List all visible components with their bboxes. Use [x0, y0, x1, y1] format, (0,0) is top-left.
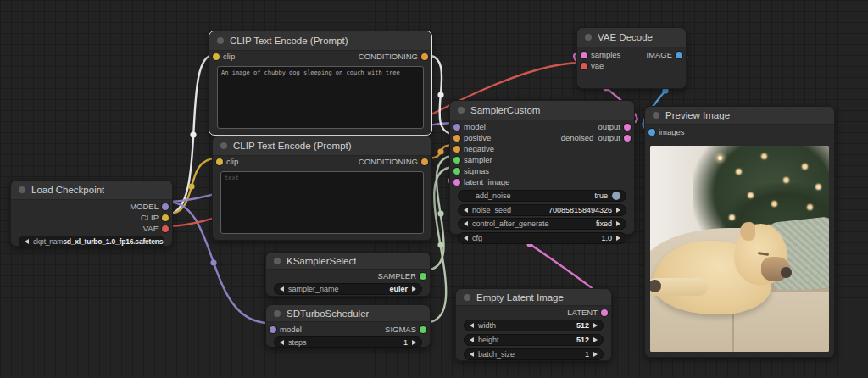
- node-titlebar[interactable]: Load Checkpoint: [11, 181, 172, 200]
- prev-value-arrow-icon[interactable]: [280, 286, 284, 292]
- conditioning-output-slot[interactable]: [421, 158, 428, 165]
- next-value-arrow-icon[interactable]: [616, 221, 620, 226]
- model-input-label: model: [280, 325, 302, 334]
- prev-value-arrow-icon[interactable]: [280, 340, 284, 345]
- collapse-dot-icon[interactable]: [220, 142, 227, 149]
- noise-seed-widget[interactable]: noise_seed 700858158494326: [458, 204, 626, 216]
- node-clip-text-encode-negative[interactable]: CLIP Text Encode (Prompt) clip CONDITION…: [212, 136, 432, 241]
- latent-output-slot[interactable]: [601, 309, 608, 316]
- collapse-dot-icon[interactable]: [274, 258, 281, 264]
- clip-input-label: clip: [223, 52, 235, 61]
- model-input-slot[interactable]: [453, 124, 460, 131]
- link-midpoint-dot: [210, 259, 216, 265]
- node-preview-image[interactable]: Preview Image images: [644, 106, 835, 358]
- sigmas-input-slot[interactable]: [453, 168, 460, 175]
- latent-image-input-slot[interactable]: [453, 179, 460, 186]
- node-sampler-custom[interactable]: SamplerCustom model positive negative sa…: [449, 100, 635, 235]
- next-value-arrow-icon[interactable]: [616, 208, 620, 213]
- node-titlebar[interactable]: CLIP Text Encode (Prompt): [213, 136, 431, 156]
- widget-value: true: [594, 192, 608, 200]
- node-empty-latent-image[interactable]: Empty Latent Image LATENT width 512 heig…: [455, 288, 612, 361]
- widget-label: steps: [288, 338, 307, 347]
- prev-value-arrow-icon[interactable]: [464, 236, 468, 241]
- prev-value-arrow-icon[interactable]: [470, 352, 474, 357]
- widget-label: width: [478, 321, 496, 330]
- prev-value-arrow-icon[interactable]: [470, 323, 474, 328]
- conditioning-output-slot[interactable]: [421, 53, 428, 60]
- sigmas-output-slot[interactable]: [420, 326, 426, 333]
- node-titlebar[interactable]: VAE Decode: [577, 28, 686, 47]
- collapse-dot-icon[interactable]: [464, 294, 470, 301]
- node-title: VAE Decode: [598, 32, 653, 42]
- next-value-arrow-icon[interactable]: [593, 323, 598, 328]
- prev-value-arrow-icon[interactable]: [464, 208, 468, 213]
- node-titlebar[interactable]: SamplerCustom: [450, 101, 634, 120]
- node-titlebar[interactable]: CLIP Text Encode (Prompt): [209, 31, 431, 51]
- prev-value-arrow-icon[interactable]: [464, 221, 468, 226]
- link-midpoint-dot: [190, 131, 196, 137]
- next-value-arrow-icon[interactable]: [593, 352, 598, 357]
- node-titlebar[interactable]: Empty Latent Image: [456, 289, 611, 306]
- steps-widget[interactable]: steps 1: [274, 336, 422, 348]
- collapse-dot-icon[interactable]: [217, 37, 224, 44]
- control-after-generate-widget[interactable]: control_after_generate fixed: [458, 218, 626, 230]
- node-clip-text-encode-positive[interactable]: CLIP Text Encode (Prompt) clip CONDITION…: [209, 31, 432, 136]
- clip-input-slot[interactable]: [216, 158, 223, 165]
- model-output-slot[interactable]: [162, 203, 169, 210]
- collapse-dot-icon[interactable]: [653, 112, 659, 119]
- output-output-slot[interactable]: [624, 124, 631, 131]
- collapse-dot-icon[interactable]: [585, 34, 592, 41]
- next-value-arrow-icon[interactable]: [412, 286, 416, 292]
- photo-dog-nose: [781, 267, 792, 277]
- ckpt-name-widget[interactable]: ckpt_nam sd_xl_turbo_1.0_fp16.safetensor…: [19, 236, 164, 247]
- prompt-textarea[interactable]: text: [220, 171, 424, 234]
- vae-input-slot[interactable]: [581, 63, 587, 69]
- node-vae-decode[interactable]: VAE Decode samples vae IMAGE: [576, 27, 687, 89]
- vae-output-slot[interactable]: [162, 225, 169, 232]
- samples-input-slot[interactable]: [581, 52, 587, 58]
- latent-output-label: LATENT: [567, 308, 598, 317]
- sampler-name-widget[interactable]: sampler_name euler: [274, 283, 422, 295]
- widget-value: euler: [389, 285, 408, 293]
- node-ksampler-select[interactable]: KSamplerSelect SAMPLER sampler_name eule…: [265, 252, 431, 297]
- sampler-input-slot[interactable]: [453, 157, 460, 164]
- next-value-arrow-icon[interactable]: [412, 340, 416, 345]
- node-sd-turbo-scheduler[interactable]: SDTurboScheduler model SIGMAS steps 1: [265, 304, 431, 347]
- collapse-dot-icon[interactable]: [274, 310, 281, 317]
- widget-label: batch_size: [478, 350, 515, 359]
- node-load-checkpoint[interactable]: Load Checkpoint MODEL CLIP VAE ckpt_nam …: [10, 180, 173, 247]
- node-titlebar[interactable]: SDTurboScheduler: [266, 305, 430, 322]
- prompt-textarea[interactable]: An image of chubby dog sleeping on couch…: [217, 66, 424, 129]
- cfg-widget[interactable]: cfg 1.0: [458, 232, 626, 244]
- node-titlebar[interactable]: Preview Image: [645, 107, 834, 125]
- next-value-arrow-icon[interactable]: [616, 236, 620, 241]
- prev-value-arrow-icon[interactable]: [25, 239, 29, 244]
- sampler-input-label: sampler: [464, 155, 492, 164]
- batch-size-widget[interactable]: batch_size 1: [464, 348, 604, 360]
- sampler-output-slot[interactable]: [420, 273, 426, 280]
- add-noise-toggle[interactable]: add_noise true: [458, 190, 626, 202]
- widget-label: sampler_name: [288, 285, 339, 293]
- images-input-slot[interactable]: [648, 129, 655, 136]
- clip-input-slot[interactable]: [213, 53, 220, 60]
- widget-value: sd_xl_turbo_1.0_fp16.safetensors: [63, 237, 164, 246]
- height-widget[interactable]: height 512: [464, 334, 604, 346]
- widget-value: 512: [576, 321, 589, 330]
- collapse-dot-icon[interactable]: [19, 186, 25, 193]
- width-widget[interactable]: width 512: [464, 320, 604, 331]
- collapse-dot-icon[interactable]: [458, 107, 465, 114]
- negative-input-slot[interactable]: [453, 146, 460, 153]
- image-output-slot[interactable]: [676, 52, 682, 58]
- next-value-arrow-icon[interactable]: [593, 337, 598, 342]
- node-graph-canvas[interactable]: CLIP Text Encode (Prompt) clip CONDITION…: [0, 0, 868, 378]
- toggle-knob-icon[interactable]: [612, 192, 620, 200]
- vae-output-label: VAE: [143, 224, 159, 233]
- conditioning-output-label: CONDITIONING: [359, 157, 418, 166]
- denoised-output-slot[interactable]: [624, 135, 631, 142]
- link-midpoint-dot: [437, 242, 443, 247]
- model-input-slot[interactable]: [270, 326, 276, 333]
- positive-input-slot[interactable]: [453, 135, 460, 142]
- clip-output-slot[interactable]: [162, 214, 169, 221]
- prev-value-arrow-icon[interactable]: [470, 337, 474, 342]
- node-titlebar[interactable]: KSamplerSelect: [266, 253, 430, 270]
